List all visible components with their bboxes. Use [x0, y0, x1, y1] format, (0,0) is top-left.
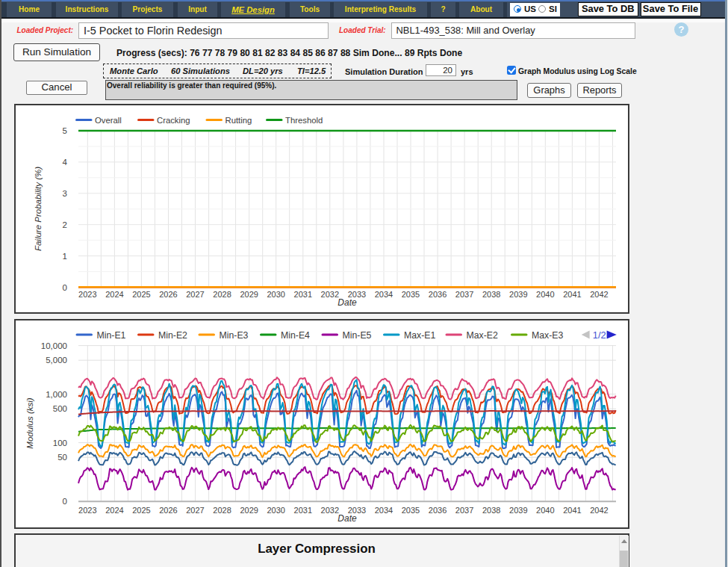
svg-text:2028: 2028: [213, 290, 231, 299]
svg-text:2024: 2024: [105, 290, 123, 299]
svg-text:2023: 2023: [78, 506, 96, 515]
svg-text:2040: 2040: [536, 290, 554, 299]
svg-text:1: 1: [63, 252, 67, 261]
svg-text:Failure Probability (%): Failure Probability (%): [34, 167, 43, 251]
svg-text:2042: 2042: [590, 290, 608, 299]
svg-text:2032: 2032: [321, 290, 339, 299]
svg-text:100: 100: [53, 439, 67, 447]
svg-text:0: 0: [63, 283, 67, 292]
svg-text:2040: 2040: [536, 506, 554, 515]
svg-text:2027: 2027: [186, 290, 204, 299]
svg-text:Max-E3: Max-E3: [532, 330, 564, 341]
svg-text:2032: 2032: [321, 506, 339, 515]
svg-text:2035: 2035: [402, 506, 420, 515]
svg-text:2037: 2037: [455, 506, 473, 515]
svg-text:Date: Date: [337, 513, 357, 524]
svg-text:Min-E3: Min-E3: [220, 330, 249, 341]
svg-text:2038: 2038: [482, 290, 500, 299]
svg-text:2029: 2029: [240, 290, 258, 299]
svg-text:10,000: 10,000: [41, 341, 67, 350]
svg-text:2023: 2023: [78, 290, 96, 299]
svg-text:0: 0: [63, 497, 67, 506]
svg-text:2: 2: [63, 220, 67, 229]
svg-text:2028: 2028: [213, 506, 231, 515]
svg-text:1,000: 1,000: [46, 390, 67, 399]
svg-text:2036: 2036: [429, 506, 447, 515]
svg-text:2025: 2025: [132, 290, 150, 299]
svg-text:4: 4: [63, 158, 68, 167]
svg-text:5,000: 5,000: [46, 356, 67, 365]
svg-text:2034: 2034: [375, 290, 393, 299]
svg-text:2038: 2038: [482, 506, 500, 515]
svg-text:2031: 2031: [294, 506, 312, 515]
svg-text:2026: 2026: [159, 506, 177, 515]
svg-text:2026: 2026: [159, 290, 177, 299]
svg-text:Date: Date: [337, 297, 357, 308]
svg-text:Min-E4: Min-E4: [281, 330, 310, 341]
svg-text:2027: 2027: [186, 506, 204, 515]
svg-text:2035: 2035: [402, 290, 420, 299]
svg-text:2031: 2031: [294, 290, 312, 299]
svg-text:2036: 2036: [429, 290, 447, 299]
svg-text:500: 500: [53, 404, 67, 413]
svg-text:2025: 2025: [132, 506, 150, 515]
svg-text:2041: 2041: [563, 506, 581, 515]
svg-text:3: 3: [63, 189, 67, 198]
svg-text:Min-E2: Min-E2: [158, 330, 187, 341]
svg-text:Min-E5: Min-E5: [343, 330, 372, 341]
svg-text:1/2: 1/2: [593, 329, 606, 341]
svg-text:Rutting: Rutting: [225, 116, 252, 125]
svg-text:2030: 2030: [267, 506, 284, 515]
svg-text:Overall: Overall: [95, 116, 122, 125]
svg-text:2039: 2039: [509, 506, 527, 515]
svg-text:2042: 2042: [590, 506, 608, 515]
svg-text:2037: 2037: [455, 290, 473, 299]
svg-text:Max-E2: Max-E2: [467, 330, 499, 341]
svg-text:Max-E1: Max-E1: [404, 330, 436, 341]
svg-text:Min-E1: Min-E1: [97, 330, 126, 341]
svg-text:5: 5: [63, 126, 67, 135]
svg-text:Threshold: Threshold: [285, 116, 323, 125]
svg-text:50: 50: [57, 453, 67, 462]
svg-text:2024: 2024: [105, 506, 123, 515]
svg-text:2030: 2030: [267, 290, 284, 299]
svg-text:Modulus (ksi): Modulus (ksi): [25, 397, 34, 449]
svg-text:2039: 2039: [509, 290, 527, 299]
svg-text:2041: 2041: [563, 290, 581, 299]
svg-text:2034: 2034: [375, 506, 393, 515]
svg-text:2029: 2029: [240, 506, 258, 515]
svg-text:Cracking: Cracking: [157, 116, 190, 125]
